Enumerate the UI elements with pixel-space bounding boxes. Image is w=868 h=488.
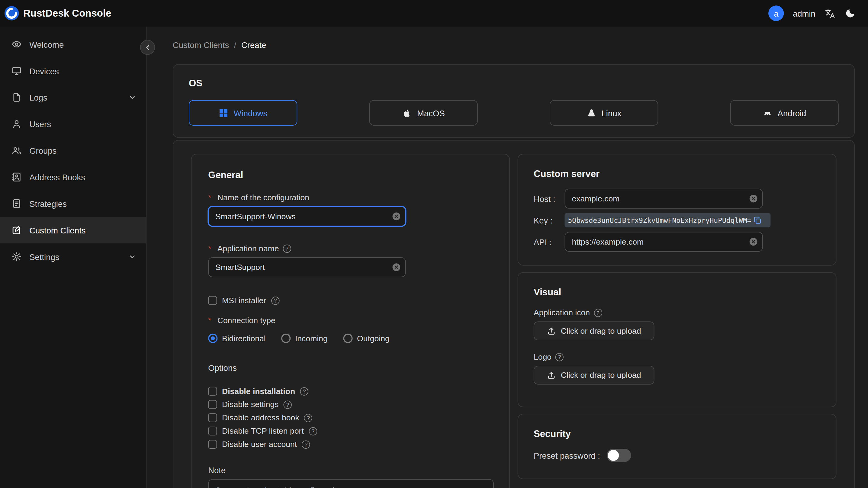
sidebar-collapse-button[interactable]	[140, 40, 155, 55]
copy-icon[interactable]	[753, 216, 762, 224]
os-option-label: Android	[778, 108, 806, 118]
right-column: Custom server Host : Key :	[518, 154, 837, 479]
help-icon[interactable]	[302, 440, 310, 449]
windows-icon	[219, 108, 228, 118]
api-label: API :	[534, 237, 565, 246]
msi-installer-checkbox[interactable]	[208, 296, 217, 305]
help-icon[interactable]	[284, 400, 292, 408]
help-icon[interactable]	[309, 427, 317, 435]
note-input-wrap	[208, 479, 494, 488]
option-label: Disable settings	[222, 400, 279, 409]
clear-icon[interactable]	[392, 212, 401, 221]
user-icon	[11, 119, 22, 129]
android-icon	[763, 108, 772, 118]
help-icon[interactable]	[304, 414, 312, 422]
topbar: RustDesk Console a admin	[0, 0, 868, 27]
radio-icon[interactable]	[208, 334, 217, 343]
sidebar-item-logs[interactable]: Logs	[0, 84, 146, 111]
avatar[interactable]: a	[768, 5, 784, 21]
username[interactable]: admin	[793, 8, 815, 18]
option-disable-settings: Disable settings	[208, 398, 493, 411]
os-option-macos[interactable]: MacOS	[369, 100, 478, 126]
preset-password-toggle[interactable]	[607, 449, 631, 462]
options-checklist: Disable installation Disable settings Di…	[208, 385, 493, 451]
radio-label: Incoming	[295, 334, 328, 343]
checkbox[interactable]	[208, 400, 217, 409]
help-icon[interactable]	[300, 387, 308, 395]
sidebar-item-groups[interactable]: Groups	[0, 137, 146, 164]
dark-mode-moon-icon[interactable]	[845, 8, 856, 19]
logo-upload-button[interactable]: Click or drag to upload	[534, 366, 654, 385]
os-option-label: Windows	[234, 108, 268, 118]
option-label: Disable installation	[222, 387, 295, 396]
sidebar-item-label: Users	[29, 119, 51, 129]
option-disable-address-book: Disable address book	[208, 411, 493, 424]
connection-type-label-text: Connection type	[217, 316, 275, 325]
sidebar-item-settings[interactable]: Settings	[0, 243, 146, 270]
help-icon[interactable]	[271, 296, 279, 304]
sidebar-item-welcome[interactable]: Welcome	[0, 31, 146, 58]
os-option-android[interactable]: Android	[730, 100, 839, 126]
main-content: Custom Clients / Create OS Windows	[147, 27, 868, 488]
sidebar-item-address-books[interactable]: Address Books	[0, 164, 146, 190]
logo-label: Logo	[534, 353, 820, 361]
gear-icon	[11, 252, 22, 262]
custom-server-card: Custom server Host : Key :	[518, 154, 837, 266]
name-input[interactable]	[208, 206, 406, 226]
option-label: Disable address book	[222, 414, 299, 422]
sidebar-item-label: Devices	[29, 66, 59, 75]
app-name-label-text: Application name	[217, 244, 279, 253]
radio-outgoing[interactable]: Outgoing	[343, 334, 390, 343]
help-icon[interactable]	[555, 353, 564, 361]
custom-server-title: Custom server	[534, 169, 820, 180]
help-icon[interactable]	[283, 244, 291, 252]
checkbox[interactable]	[208, 440, 217, 449]
chevron-down-icon	[128, 94, 136, 101]
host-input[interactable]	[565, 189, 763, 209]
preset-password-label: Preset password :	[534, 451, 600, 460]
eye-icon	[11, 39, 22, 49]
radio-incoming[interactable]: Incoming	[281, 334, 328, 343]
application-icon-label-text: Application icon	[534, 308, 590, 317]
host-row: Host :	[534, 189, 820, 209]
sidebar-item-devices[interactable]: Devices	[0, 58, 146, 84]
clear-icon[interactable]	[749, 237, 758, 246]
api-input[interactable]	[565, 232, 763, 252]
api-row: API :	[534, 232, 820, 252]
breadcrumb: Custom Clients / Create	[173, 40, 855, 50]
clear-icon[interactable]	[392, 263, 401, 272]
chevron-down-icon	[128, 253, 136, 261]
radio-label: Bidirectional	[222, 334, 266, 343]
option-label: Disable user account	[222, 440, 297, 449]
breadcrumb-custom-clients[interactable]: Custom Clients	[173, 40, 229, 50]
checkbox[interactable]	[208, 414, 217, 422]
upload-label: Click or drag to upload	[561, 327, 641, 335]
sidebar-item-label: Address Books	[29, 173, 85, 182]
os-option-linux[interactable]: Linux	[550, 100, 658, 126]
app-name-input[interactable]	[208, 257, 406, 277]
clear-icon[interactable]	[749, 194, 758, 203]
key-value-box: 5Qbwsde3unUcJBtrx9ZkvUmwFNoExHzpryHuPUdq…	[565, 213, 771, 227]
name-label: Name of the configuration	[208, 193, 493, 202]
preset-password-row: Preset password :	[534, 449, 820, 462]
linux-tux-icon	[587, 108, 596, 118]
edit-square-icon	[11, 225, 22, 235]
radio-icon[interactable]	[281, 334, 290, 343]
sidebar-item-users[interactable]: Users	[0, 111, 146, 137]
application-icon-upload-button[interactable]: Click or drag to upload	[534, 322, 654, 340]
sidebar-item-label: Groups	[29, 146, 57, 155]
radio-label: Outgoing	[357, 334, 390, 343]
radio-bidirectional[interactable]: Bidirectional	[208, 334, 266, 343]
upload-icon	[547, 327, 556, 335]
radio-icon[interactable]	[343, 334, 352, 343]
checkbox[interactable]	[208, 427, 217, 435]
translate-icon[interactable]	[824, 7, 836, 19]
sidebar-item-strategies[interactable]: Strategies	[0, 190, 146, 217]
sidebar-item-label: Strategies	[29, 199, 67, 208]
os-option-windows[interactable]: Windows	[189, 100, 297, 126]
os-option-label: Linux	[601, 108, 622, 118]
note-input[interactable]	[208, 479, 494, 488]
help-icon[interactable]	[594, 308, 602, 316]
checkbox[interactable]	[208, 387, 217, 396]
sidebar-item-custom-clients[interactable]: Custom Clients	[0, 217, 146, 243]
